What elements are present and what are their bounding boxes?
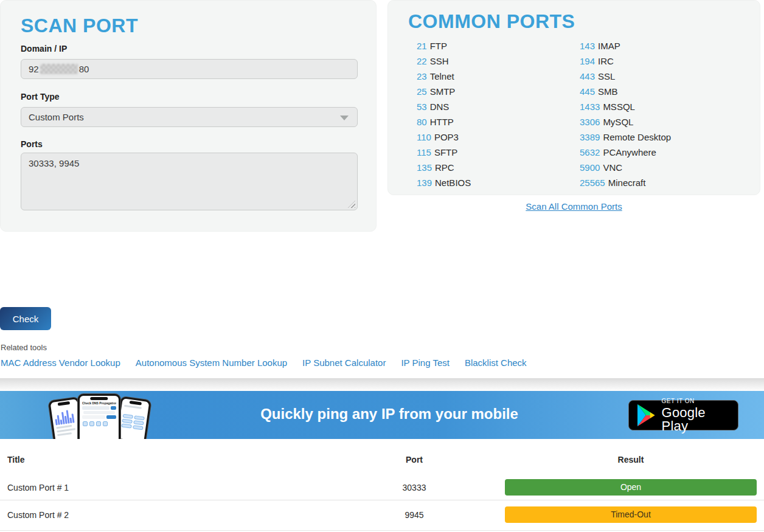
common-port-link[interactable]: 110POP3	[417, 132, 471, 147]
common-port-link[interactable]: 53DNS	[417, 102, 471, 117]
ping-chart-graphic	[54, 407, 77, 426]
get-it-on-label: GET IT ON	[662, 398, 731, 404]
port-type-select[interactable]: Custom Ports	[21, 107, 358, 127]
common-port-link[interactable]: 194IRC	[580, 56, 671, 71]
common-port-link[interactable]: 25565Minecraft	[580, 178, 671, 193]
result-row-port: 9945	[324, 510, 505, 520]
phone-right	[115, 396, 151, 439]
common-port-link[interactable]: 1433MSSQL	[580, 102, 671, 117]
bottom-divider	[0, 530, 764, 531]
result-row-title: Custom Port # 1	[7, 483, 324, 492]
results-header-row: Title Port Result	[0, 455, 764, 465]
result-row-title: Custom Port # 2	[7, 510, 324, 520]
common-ports-card: COMMON PORTS 21FTP 22SSH 23Telnet 25SMTP…	[387, 0, 760, 195]
google-play-text: GET IT ON Google Play	[662, 398, 731, 433]
ports-textarea[interactable]: 30333, 9945	[21, 153, 358, 210]
scan-all-wrapper: Scan All Common Ports	[387, 201, 760, 212]
common-ports-column-1: 21FTP 22SSH 23Telnet 25SMTP 53DNS 80HTTP…	[417, 41, 471, 193]
domain-ip-censored-segment	[40, 64, 78, 74]
related-tool-link-asn-lookup[interactable]: Autonomous System Number Lookup	[136, 358, 287, 368]
related-tools-label: Related tools	[1, 343, 47, 352]
common-port-link[interactable]: 5632PCAnywhere	[580, 147, 671, 162]
status-badge: Open	[505, 479, 757, 496]
common-port-link[interactable]: 135RPC	[417, 162, 471, 178]
common-port-link[interactable]: 23Telnet	[417, 71, 471, 86]
common-port-link[interactable]: 445SMB	[580, 86, 671, 102]
result-row-port: 30333	[324, 483, 505, 492]
resize-grip-icon[interactable]	[348, 201, 355, 208]
scan-port-title: SCAN PORT	[21, 15, 138, 37]
common-port-link[interactable]: 139NetBIOS	[417, 178, 471, 193]
phone-notch	[58, 401, 71, 406]
common-port-link[interactable]: 25SMTP	[417, 86, 471, 102]
common-port-link[interactable]: 5900VNC	[580, 162, 671, 178]
google-play-badge[interactable]: GET IT ON Google Play	[628, 400, 738, 430]
header-result: Result	[505, 455, 757, 465]
ports-value: 30333, 9945	[29, 158, 79, 168]
phone-screen-title: Check DNS Propagation	[82, 401, 116, 405]
related-tool-link-mac-address[interactable]: MAC Address Vendor Lookup	[1, 358, 120, 368]
scan-port-card: SCAN PORT Domain / IP 92 80 Port Type Cu…	[0, 0, 377, 232]
phone-center: Check DNS Propagation	[78, 394, 120, 439]
domain-ip-input[interactable]: 92 80	[21, 59, 358, 79]
row-divider	[0, 500, 764, 500]
related-tool-link-blacklist[interactable]: Blacklist Check	[465, 358, 527, 368]
scan-all-common-ports-link[interactable]: Scan All Common Ports	[526, 201, 622, 212]
section-divider	[0, 378, 764, 391]
phone-notch	[130, 401, 142, 406]
table-row: Custom Port # 1 30333 Open	[0, 479, 764, 496]
check-button[interactable]: Check	[0, 307, 51, 330]
google-play-icon	[636, 404, 656, 427]
header-title: Title	[7, 455, 324, 465]
related-tools-row: MAC Address Vendor Lookup Autonomous Sys…	[1, 358, 527, 368]
common-port-link[interactable]: 115SFTP	[417, 147, 471, 162]
ports-label: Ports	[21, 139, 43, 149]
chevron-down-icon	[340, 116, 349, 120]
google-play-label: Google Play	[662, 406, 731, 433]
common-port-link[interactable]: 21FTP	[417, 41, 471, 56]
common-ports-column-2: 143IMAP 194IRC 443SSL 445SMB 1433MSSQL 3…	[580, 41, 671, 193]
domain-ip-label: Domain / IP	[21, 44, 67, 54]
port-type-label: Port Type	[21, 92, 60, 102]
common-port-link[interactable]: 80HTTP	[417, 117, 471, 132]
port-type-selected-value: Custom Ports	[29, 112, 84, 122]
table-row: Custom Port # 2 9945 Timed-Out	[0, 506, 764, 523]
common-port-link[interactable]: 143IMAP	[580, 41, 671, 56]
banner-headline: Quickly ping any IP from your mobile	[158, 406, 620, 423]
related-tool-link-ip-subnet[interactable]: IP Subnet Calculator	[302, 358, 386, 368]
domain-ip-value-prefix: 92	[29, 64, 39, 74]
common-ports-title: COMMON PORTS	[408, 10, 575, 33]
mobile-app-banner: Check DNS Propagation Quickly ping any I…	[0, 391, 764, 439]
related-tool-link-ip-ping[interactable]: IP Ping Test	[401, 358, 450, 368]
status-badge: Timed-Out	[505, 506, 757, 523]
phone-mockups-image: Check DNS Propagation	[51, 393, 148, 439]
common-port-link[interactable]: 3389Remote Desktop	[580, 132, 671, 147]
domain-ip-value-suffix: 80	[79, 64, 89, 74]
common-port-link[interactable]: 22SSH	[417, 56, 471, 71]
scan-results-table: Title Port Result Custom Port # 1 30333 …	[0, 449, 764, 532]
header-port: Port	[324, 455, 505, 465]
common-port-link[interactable]: 3306MySQL	[580, 117, 671, 132]
common-port-link[interactable]: 443SSL	[580, 71, 671, 86]
phone-notch	[90, 397, 108, 400]
